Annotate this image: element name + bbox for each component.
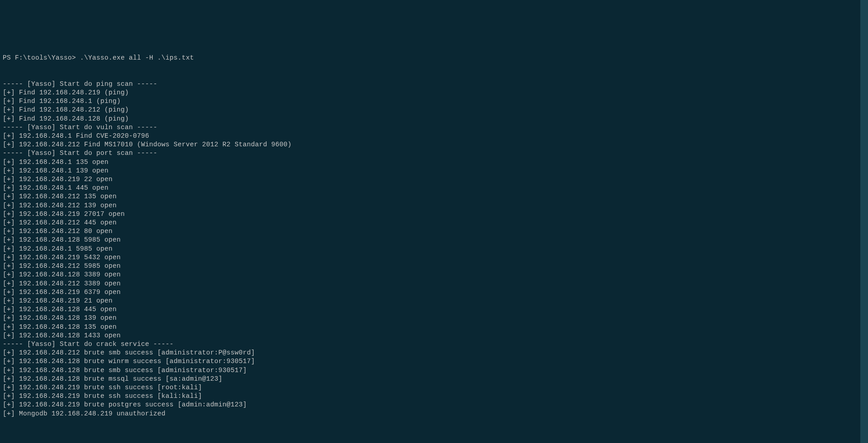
output-line: [+] 192.168.248.1 Find CVE-2020-0796 — [3, 132, 865, 140]
output-line: [+] 192.168.248.219 21 open — [3, 297, 865, 305]
output-line: [+] 192.168.248.212 139 open — [3, 201, 865, 210]
output-line: [+] 192.168.248.212 3389 open — [3, 280, 865, 288]
scrollbar-thumb[interactable] — [860, 0, 868, 443]
output-line: [+] 192.168.248.219 brute ssh success [r… — [3, 383, 865, 392]
output-line: [+] 192.168.248.128 brute mssql success … — [3, 375, 865, 383]
output-line: [+] 192.168.248.128 brute winrm success … — [3, 357, 865, 366]
output-line: [+] 192.168.248.128 5985 open — [3, 236, 865, 244]
output-line: [+] 192.168.248.219 27017 open — [3, 210, 865, 219]
output-line: [+] 192.168.248.1 139 open — [3, 167, 865, 175]
output-line: [+] 192.168.248.128 1433 open — [3, 331, 865, 340]
output-line: [+] 192.168.248.219 22 open — [3, 175, 865, 184]
output-line: [+] 192.168.248.1 135 open — [3, 158, 865, 167]
output-line: [+] 192.168.248.128 139 open — [3, 314, 865, 322]
prompt-prefix: PS F:\tools\Yasso> — [3, 54, 80, 61]
output-line: [+] Find 192.168.248.128 (ping) — [3, 115, 865, 123]
vertical-scrollbar[interactable] — [860, 0, 868, 443]
output-line: [+] Mongodb 192.168.248.219 unauthorized — [3, 410, 865, 418]
output-line: [+] 192.168.248.212 5985 open — [3, 262, 865, 270]
output-line: [+] 192.168.248.212 135 open — [3, 192, 865, 201]
output-line: [+] 192.168.248.219 brute ssh success [k… — [3, 392, 865, 401]
output-line: ----- [Yasso] Start do port scan ----- — [3, 149, 865, 158]
prompt-command: .\Yasso.exe all -H .\ips.txt — [80, 54, 194, 61]
output-line: [+] 192.168.248.1 445 open — [3, 184, 865, 192]
output-line: [+] 192.168.248.128 brute smb success [a… — [3, 366, 865, 375]
output-line: [+] 192.168.248.128 445 open — [3, 305, 865, 314]
prompt-line: PS F:\tools\Yasso> .\Yasso.exe all -H .\… — [3, 54, 865, 62]
output-line: [+] 192.168.248.219 5432 open — [3, 253, 865, 262]
output-line: ----- [Yasso] Start do ping scan ----- — [3, 80, 865, 89]
output-line: [+] 192.168.248.128 135 open — [3, 323, 865, 331]
output-line: [+] 192.168.248.219 6379 open — [3, 288, 865, 297]
output-line: [+] 192.168.248.212 80 open — [3, 227, 865, 236]
output-line: [+] Find 192.168.248.212 (ping) — [3, 106, 865, 114]
output-line: [+] Find 192.168.248.219 (ping) — [3, 89, 865, 97]
output-line: [+] 192.168.248.128 3389 open — [3, 270, 865, 279]
output-line: [+] 192.168.248.212 brute smb success [a… — [3, 349, 865, 357]
output-line: ----- [Yasso] Start do vuln scan ----- — [3, 123, 865, 132]
output-line: ----- [Yasso] Start do crack service ---… — [3, 340, 865, 349]
terminal-output: ----- [Yasso] Start do ping scan -----[+… — [3, 80, 865, 418]
terminal-window[interactable]: PS F:\tools\Yasso> .\Yasso.exe all -H .\… — [3, 37, 865, 443]
output-line: [+] 192.168.248.1 5985 open — [3, 245, 865, 253]
output-line: [+] Find 192.168.248.1 (ping) — [3, 97, 865, 106]
output-line: [+] 192.168.248.219 brute postgres succe… — [3, 401, 865, 409]
output-line: [+] 192.168.248.212 445 open — [3, 219, 865, 227]
output-line: [+] 192.168.248.212 Find MS17010 (Window… — [3, 140, 865, 149]
